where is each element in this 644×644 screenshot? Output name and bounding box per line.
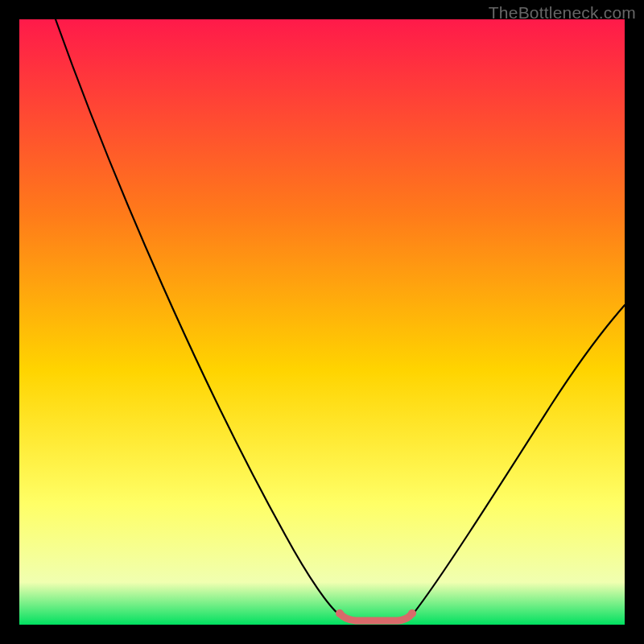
bottleneck-curve-right (412, 305, 625, 615)
plot-area (19, 19, 625, 625)
watermark-text: TheBottleneck.com (489, 3, 636, 23)
curve-layer (19, 19, 625, 625)
chart-stage: TheBottleneck.com (0, 0, 644, 644)
highlight-dot-left (336, 609, 344, 617)
bottleneck-curve-left (56, 19, 340, 615)
flat-bottom-highlight (340, 613, 412, 621)
highlight-dot-right (408, 609, 416, 617)
